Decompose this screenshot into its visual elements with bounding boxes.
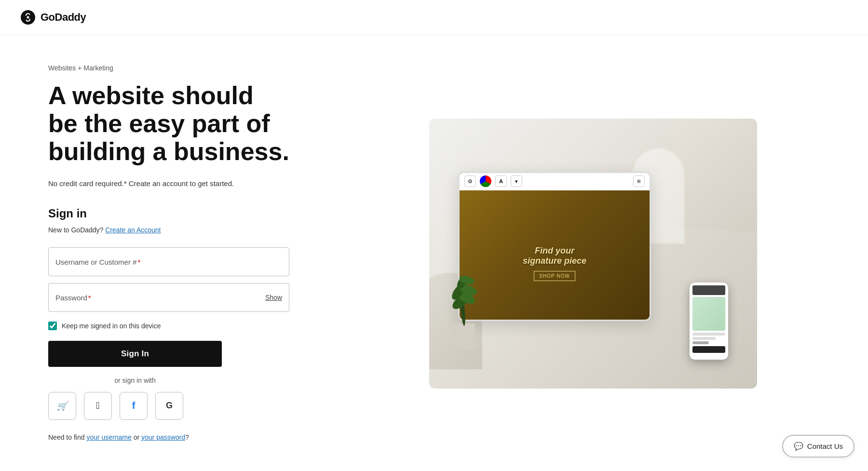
monitor-cta: SHOP NOW [534, 271, 575, 281]
main-container: Websites + Marketing A website should be… [0, 35, 868, 471]
find-password-link[interactable]: your password [141, 433, 185, 441]
tagline: No credit card required.* Create an acco… [48, 179, 289, 188]
amazon-icon: 🛒 [57, 401, 68, 411]
find-links-text: Need to find your username or your passw… [48, 433, 289, 441]
subtitle: Websites + Marketing [48, 64, 289, 72]
new-to-label: New to GoDaddy? [48, 226, 103, 234]
sign-in-button[interactable]: Sign In [48, 341, 222, 367]
contact-us-label: Contact Us [807, 442, 843, 450]
keep-signed-in-row: Keep me signed in on this device [48, 322, 289, 330]
monitor-toolbar: ⚙ A ▾ ⊞ [460, 173, 650, 190]
hero-image: ⚙ A ▾ ⊞ Find your signature piece SHOP N… [429, 119, 757, 389]
facebook-icon: f [132, 400, 136, 411]
username-input[interactable] [49, 248, 289, 276]
apple-sign-in-button[interactable]:  [84, 392, 112, 420]
show-password-button[interactable]: Show [265, 294, 282, 301]
plant-pot [451, 323, 475, 350]
or-sign-in-text: or sign in with [48, 377, 222, 384]
monitor-content: Find your signature piece SHOP NOW [460, 190, 650, 321]
password-input[interactable] [49, 283, 289, 311]
godaddy-logo-icon [19, 9, 37, 26]
google-sign-in-button[interactable]: G [155, 392, 183, 420]
logo-text: GoDaddy [41, 11, 86, 24]
logo: GoDaddy [19, 9, 86, 26]
dropdown-icon: ▾ [511, 175, 522, 187]
preview-icon: ⊞ [633, 175, 645, 187]
keep-signed-in-label: Keep me signed in on this device [62, 322, 161, 330]
find-prefix: Need to find [48, 433, 86, 441]
color-picker-icon [480, 175, 491, 187]
phone-text-1 [692, 333, 725, 336]
keep-signed-in-checkbox[interactable] [48, 322, 57, 330]
google-icon: G [166, 401, 173, 411]
apple-icon:  [96, 400, 99, 411]
plant-decoration [444, 273, 482, 350]
password-input-wrapper: Password* Show [48, 283, 289, 312]
svg-point-0 [27, 16, 29, 19]
settings-icon: ⚙ [464, 175, 476, 187]
headline: A website should be the easy part of bui… [48, 81, 289, 166]
phone-text-2 [692, 337, 716, 340]
create-account-link[interactable]: Create an Account [105, 226, 161, 234]
phone-header-bar [692, 285, 725, 295]
monitor-mockup: ⚙ A ▾ ⊞ Find your signature piece SHOP N… [458, 172, 651, 321]
new-to-text: New to GoDaddy? Create an Account [48, 226, 289, 234]
header: GoDaddy [0, 0, 868, 35]
phone-price [692, 341, 709, 344]
facebook-sign-in-button[interactable]: f [120, 392, 148, 420]
phone-screen [690, 283, 728, 360]
amazon-sign-in-button[interactable]: 🛒 [48, 392, 76, 420]
sign-in-title: Sign in [48, 207, 289, 220]
username-input-wrapper: Username or Customer #* [48, 247, 289, 276]
username-field-group: Username or Customer #* [48, 247, 289, 276]
phone-mockup [690, 283, 728, 360]
left-panel: Websites + Marketing A website should be… [0, 35, 328, 471]
contact-us-button[interactable]: 💬 Contact Us [782, 435, 854, 458]
plant-leaves [444, 263, 482, 326]
phone-image-area [692, 297, 725, 331]
phone-button-area [692, 346, 725, 353]
text-icon: A [495, 175, 507, 187]
find-suffix: ? [185, 433, 189, 441]
social-buttons-row: 🛒  f G [48, 392, 289, 420]
monitor-tagline: Find your signature piece [523, 246, 586, 266]
right-panel: ⚙ A ▾ ⊞ Find your signature piece SHOP N… [328, 35, 868, 471]
password-field-group: Password* Show [48, 283, 289, 312]
chat-icon: 💬 [794, 442, 803, 451]
find-username-link[interactable]: your username [86, 433, 131, 441]
find-or: or [132, 433, 141, 441]
